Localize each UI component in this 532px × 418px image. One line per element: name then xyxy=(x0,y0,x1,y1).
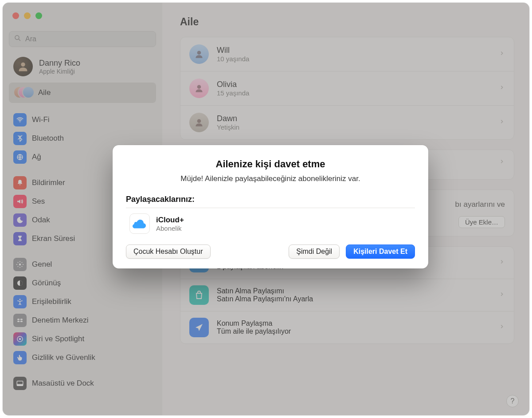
share-item-name: iCloud+ xyxy=(156,216,184,225)
create-child-account-button[interactable]: Çocuk Hesabı Oluştur xyxy=(126,244,211,259)
icloud-icon xyxy=(129,213,150,234)
dialog-subtitle: Müjde! Ailenizle paylaşabileceğiniz abon… xyxy=(126,174,415,183)
invite-people-button[interactable]: Kişileri Davet Et xyxy=(346,244,415,259)
not-now-button[interactable]: Şimdi Değil xyxy=(289,244,340,259)
share-item-icloud: iCloud+ Abonelik xyxy=(126,213,415,234)
dialog-title: Ailenize kişi davet etme xyxy=(126,158,415,170)
share-item-subtitle: Abonelik xyxy=(156,225,184,232)
share-label: Paylaşacaklarınız: xyxy=(126,195,415,204)
divider xyxy=(126,208,415,208)
invite-family-dialog: Ailenize kişi davet etme Müjde! Ailenizl… xyxy=(113,145,428,268)
system-settings-window: Danny Rico Apple Kimliği Aile Wi-FiBluet… xyxy=(3,3,529,415)
